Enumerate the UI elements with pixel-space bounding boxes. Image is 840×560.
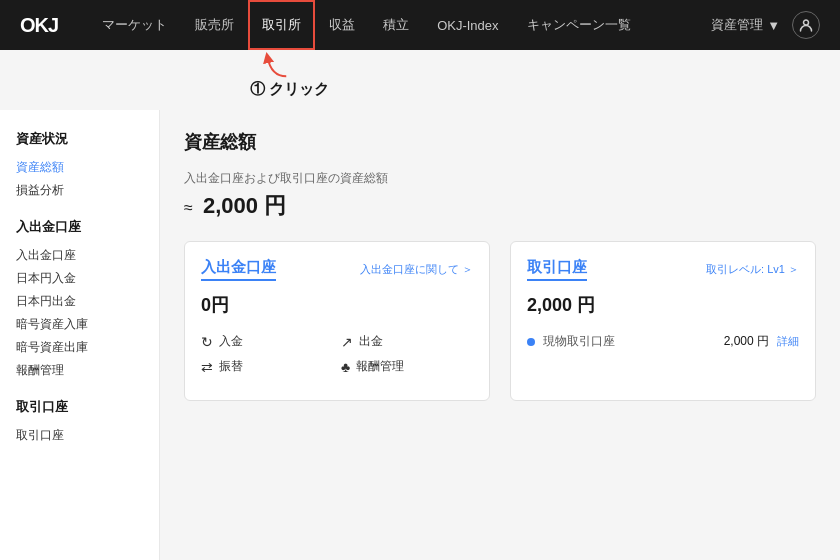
nav-right: 資産管理 ▼ <box>711 11 820 39</box>
deposit-card-title[interactable]: 入出金口座 <box>201 258 276 281</box>
total-amount: ≈ 2,000 円 <box>184 191 816 221</box>
reward-mgmt-icon: ♣ <box>341 359 350 375</box>
trade-card: 取引口座 取引レベル: Lv1 ＞ 2,000 円 現物取引口座 2,000 円… <box>510 241 816 401</box>
trade-row-amount: 2,000 円 <box>724 333 769 350</box>
sidebar-item-reward[interactable]: 報酬管理 <box>16 359 143 382</box>
action-transfer[interactable]: ⇄ 振替 <box>201 358 333 375</box>
trade-card-header: 取引口座 取引レベル: Lv1 ＞ <box>527 258 799 281</box>
deposit-card-link[interactable]: 入出金口座に関して ＞ <box>360 262 473 277</box>
sidebar-item-deposit-account[interactable]: 入出金口座 <box>16 244 143 267</box>
deposit-label: 入金 <box>219 333 243 350</box>
sidebar-section-assets: 資産状況 <box>16 130 143 148</box>
sidebar: 資産状況 資産総額 損益分析 入出金口座 入出金口座 日本円入金 日本円出金 暗… <box>0 110 160 560</box>
action-reward-mgmt[interactable]: ♣ 報酬管理 <box>341 358 473 375</box>
sidebar-item-crypto-out[interactable]: 暗号資産出庫 <box>16 336 143 359</box>
sidebar-section-deposit: 入出金口座 <box>16 218 143 236</box>
total-amount-value: 2,000 <box>203 193 258 218</box>
reward-mgmt-label: 報酬管理 <box>356 358 404 375</box>
page-title: 資産総額 <box>184 130 816 154</box>
sidebar-item-jpy-deposit[interactable]: 日本円入金 <box>16 267 143 290</box>
sidebar-item-trade-account[interactable]: 取引口座 <box>16 424 143 447</box>
asset-management-button[interactable]: 資産管理 ▼ <box>711 16 780 34</box>
trade-row-label: 現物取引口座 <box>543 333 716 350</box>
deposit-card: 入出金口座 入出金口座に関して ＞ 0円 ↻ 入金 ↗ 出金 ⇄ 振替 <box>184 241 490 401</box>
total-label: 入出金口座および取引口座の資産総額 <box>184 170 816 187</box>
nav-link-index[interactable]: OKJ-Index <box>423 0 512 50</box>
nav-link-campaign[interactable]: キャンペーン一覧 <box>513 0 645 50</box>
withdraw-label: 出金 <box>359 333 383 350</box>
nav-link-market[interactable]: マーケット <box>88 0 181 50</box>
trade-row-detail-link[interactable]: 詳細 <box>777 334 799 349</box>
nav-links: マーケット 販売所 取引所 収益 積立 OKJ-Index キャンペーン一覧 <box>88 0 711 50</box>
total-unit: 円 <box>264 193 286 218</box>
transfer-label: 振替 <box>219 358 243 375</box>
annotation-area: ① クリック <box>0 50 840 110</box>
sidebar-item-crypto-in[interactable]: 暗号資産入庫 <box>16 313 143 336</box>
total-approx: ≈ <box>184 199 193 216</box>
nav-link-sales[interactable]: 販売所 <box>181 0 248 50</box>
trade-level[interactable]: 取引レベル: Lv1 ＞ <box>706 262 799 277</box>
main-content: 資産総額 入出金口座および取引口座の資産総額 ≈ 2,000 円 入出金口座 入… <box>160 110 840 560</box>
user-icon[interactable] <box>792 11 820 39</box>
main-container: 資産状況 資産総額 損益分析 入出金口座 入出金口座 日本円入金 日本円出金 暗… <box>0 110 840 560</box>
trade-row: 現物取引口座 2,000 円 詳細 <box>527 333 799 350</box>
logo[interactable]: OKJ <box>20 14 58 37</box>
action-withdraw[interactable]: ↗ 出金 <box>341 333 473 350</box>
svg-point-0 <box>804 20 809 25</box>
deposit-icon: ↻ <box>201 334 213 350</box>
nav-link-trade[interactable]: 取引所 <box>248 0 315 50</box>
trade-amount-value: 2,000 <box>527 295 572 315</box>
arrow-icon <box>255 50 295 80</box>
navbar: OKJ マーケット 販売所 取引所 収益 積立 OKJ-Index キャンペーン… <box>0 0 840 50</box>
trade-card-amount: 2,000 円 <box>527 293 799 317</box>
trade-unit: 円 <box>577 295 595 315</box>
sidebar-section-trade: 取引口座 <box>16 398 143 416</box>
sidebar-item-pnl[interactable]: 損益分析 <box>16 179 143 202</box>
trade-card-title[interactable]: 取引口座 <box>527 258 587 281</box>
trade-dot <box>527 338 535 346</box>
nav-link-savings[interactable]: 積立 <box>369 0 423 50</box>
cards-row: 入出金口座 入出金口座に関して ＞ 0円 ↻ 入金 ↗ 出金 ⇄ 振替 <box>184 241 816 401</box>
action-deposit[interactable]: ↻ 入金 <box>201 333 333 350</box>
deposit-card-header: 入出金口座 入出金口座に関して ＞ <box>201 258 473 281</box>
deposit-card-actions: ↻ 入金 ↗ 出金 ⇄ 振替 ♣ 報酬管理 <box>201 333 473 375</box>
transfer-icon: ⇄ <box>201 359 213 375</box>
annotation-text: ① クリック <box>250 80 329 99</box>
nav-link-revenue[interactable]: 収益 <box>315 0 369 50</box>
deposit-card-amount: 0円 <box>201 293 473 317</box>
withdraw-icon: ↗ <box>341 334 353 350</box>
annotation: ① クリック <box>220 50 329 99</box>
sidebar-item-jpy-withdraw[interactable]: 日本円出金 <box>16 290 143 313</box>
sidebar-item-total[interactable]: 資産総額 <box>16 156 143 179</box>
